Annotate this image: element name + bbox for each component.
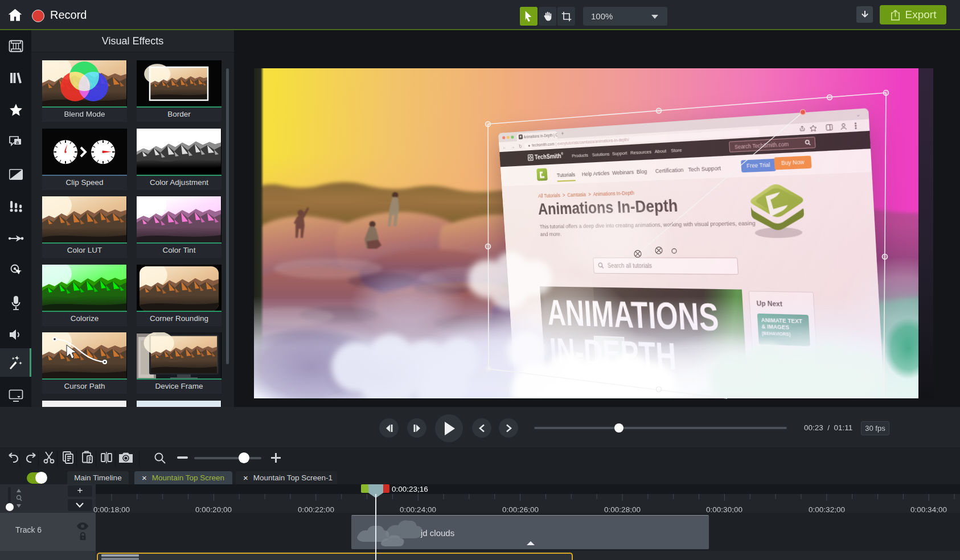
svg-text:jd clouds: jd clouds — [420, 528, 454, 538]
